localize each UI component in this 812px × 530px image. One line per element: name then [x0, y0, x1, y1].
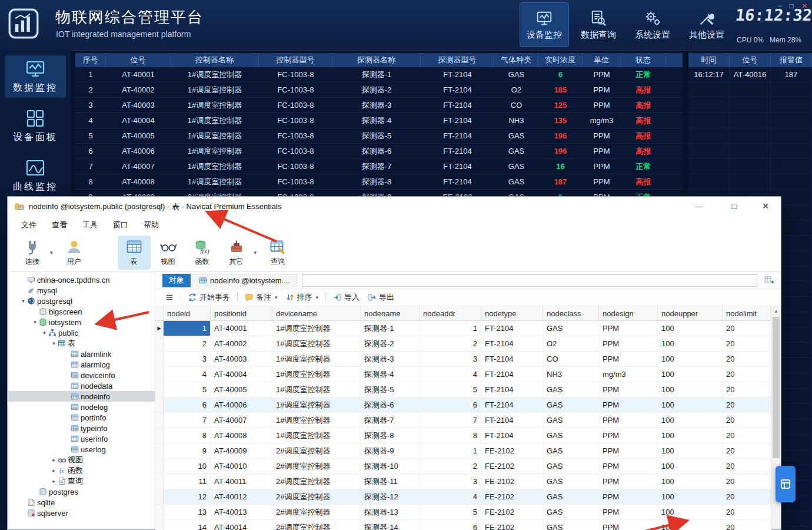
sidebar-item-data-monitor[interactable]: 数据监控	[5, 55, 66, 98]
grid-row-gutter[interactable]	[155, 352, 164, 366]
bg-maximize-button[interactable]: □	[790, 2, 794, 10]
grid-cell[interactable]: 20	[723, 398, 771, 412]
tree-item-views-group[interactable]: ▸视图	[8, 455, 155, 465]
monitor-table-row[interactable]: 3AT-400031#调度室控制器FC-1003-8探测器-3FT-2104CO…	[75, 98, 683, 113]
grid-cell[interactable]: 2#调度室控制器	[272, 459, 361, 473]
grid-cell[interactable]: PPM	[599, 443, 658, 458]
toolbar-tables-button[interactable]: 表	[118, 236, 151, 270]
grid-cell[interactable]: 2#调度室控制器	[272, 489, 361, 504]
grid-cell[interactable]: GAS	[543, 474, 599, 489]
grid-cell[interactable]: FT-2104	[481, 398, 543, 412]
grid-cell[interactable]: 20	[723, 505, 771, 519]
grid-cell[interactable]: 探测器-13	[361, 505, 420, 519]
bg-minimize-button[interactable]: −	[778, 2, 782, 10]
grid-cell[interactable]: GAS	[543, 413, 599, 428]
chevron-down-icon[interactable]: ▾	[19, 298, 27, 304]
tree-item-table-nodeinfo[interactable]: nodeinfo	[8, 391, 155, 402]
grid-cell[interactable]: AT-40008	[211, 428, 272, 443]
tree-item-table-userinfo[interactable]: userinfo	[8, 433, 155, 444]
grid-cell[interactable]: O2	[543, 336, 599, 351]
grid-cell[interactable]: 1#调度室控制器	[272, 352, 361, 366]
tree-item-queries-group[interactable]: ▸查询	[8, 476, 155, 486]
toolbar-views-button[interactable]: 视图	[152, 236, 185, 270]
grid-cell[interactable]: NH3	[543, 367, 599, 382]
grid-row-gutter[interactable]	[155, 428, 164, 443]
grid-cell[interactable]: 3	[164, 352, 211, 366]
grid-cell[interactable]: PPM	[599, 520, 658, 530]
sidebar-item-device-panel[interactable]: 设备面板	[5, 105, 66, 147]
grid-cell[interactable]: AT-40011	[211, 474, 272, 489]
grid-cell[interactable]: 100	[658, 520, 723, 530]
grid-column-header-nodeid[interactable]: nodeid	[164, 306, 211, 320]
grid-cell[interactable]: GAS	[543, 459, 599, 473]
grid-cell[interactable]: 2#调度室控制器	[272, 520, 361, 530]
grid-cell[interactable]: 5	[164, 382, 211, 397]
grid-cell[interactable]: FT-2104	[481, 352, 543, 366]
grid-cell[interactable]: PPM	[599, 398, 658, 412]
chevron-right-icon[interactable]: ▸	[50, 468, 58, 473]
new-table-tab-button[interactable]	[763, 274, 775, 286]
grid-cell[interactable]: 1	[420, 321, 481, 336]
grid-cell[interactable]: 1#调度室控制器	[272, 413, 361, 428]
object-filter-input[interactable]	[302, 274, 757, 287]
grid-cell[interactable]: 6	[420, 398, 481, 412]
grid-cell[interactable]: 6	[420, 520, 481, 530]
grid-cell[interactable]: GAS	[543, 443, 599, 458]
grid-cell[interactable]: 2	[420, 336, 481, 351]
grid-column-header-positionid[interactable]: positionid	[211, 306, 272, 320]
grid-cell[interactable]: AT-40013	[211, 505, 272, 519]
grid-cell[interactable]: 100	[658, 474, 723, 489]
grid-cell[interactable]: PPM	[599, 474, 658, 489]
grid-cell[interactable]: PPM	[599, 382, 658, 397]
grid-cell[interactable]: 1#调度室控制器	[272, 382, 361, 397]
grid-cell[interactable]: 1	[420, 443, 481, 458]
gridbar-begin-transaction-button[interactable]: 开始事务	[184, 290, 234, 304]
sidebar-item-curve-monitor[interactable]: 曲线监控	[5, 154, 66, 197]
grid-cell[interactable]: 1#调度室控制器	[272, 336, 361, 351]
grid-cell[interactable]: 100	[658, 367, 723, 382]
grid-row-gutter[interactable]	[155, 413, 164, 428]
grid-cell[interactable]: AT-40002	[211, 336, 272, 351]
grid-cell[interactable]: 13	[164, 505, 211, 519]
monitor-table-row[interactable]: 7AT-400071#调度室控制器FC-1003-8探测器-7FT-2104GA…	[75, 159, 683, 174]
chevron-down-icon[interactable]: ▾	[316, 294, 319, 300]
grid-cell[interactable]: FE-2102	[481, 459, 543, 473]
toolbar-others-button[interactable]: 其它	[220, 236, 253, 270]
grid-cell[interactable]: 探测器-11	[361, 474, 420, 489]
grid-cell[interactable]: 7	[420, 413, 481, 428]
tree-item-table-typeinfo[interactable]: typeinfo	[8, 423, 155, 433]
nav-item-device-monitor[interactable]: 设备监控	[520, 3, 568, 47]
grid-cell[interactable]: FE-2102	[481, 520, 543, 530]
grid-row-gutter[interactable]	[155, 489, 164, 504]
tree-item-tables-group[interactable]: ▾表	[8, 338, 155, 349]
grid-cell[interactable]: FT-2104	[481, 413, 543, 428]
grid-cell[interactable]: FE-2102	[481, 489, 543, 504]
grid-cell[interactable]: GAS	[543, 505, 599, 519]
tree-item-connection-mysql[interactable]: mysql	[8, 285, 155, 296]
grid-column-header-nodeclass[interactable]: nodeclass	[543, 306, 599, 320]
grid-menu-button[interactable]	[161, 290, 178, 304]
monitor-table-row[interactable]: 2AT-400021#调度室控制器FC-1003-8探测器-2FT-2104O2…	[75, 82, 683, 98]
grid-cell[interactable]: 探测器-5	[361, 382, 420, 397]
grid-cell[interactable]: 4	[164, 367, 211, 382]
grid-cell[interactable]: 20	[723, 520, 771, 530]
grid-cell[interactable]: 8	[164, 428, 211, 443]
grid-cell[interactable]: PPM	[599, 489, 658, 504]
grid-cell[interactable]: AT-40014	[211, 520, 272, 530]
tree-item-database-postgres[interactable]: postgres	[8, 486, 155, 497]
bg-close-button[interactable]: ✕	[801, 2, 807, 10]
grid-cell[interactable]: 探测器-14	[361, 520, 420, 530]
grid-cell[interactable]: GAS	[543, 489, 599, 504]
grid-cell[interactable]: PPM	[599, 321, 658, 336]
grid-column-header-nodeupper[interactable]: nodeupper	[658, 306, 723, 320]
chevron-down-icon[interactable]: ▾	[50, 250, 53, 256]
tree-item-database-iotsystem[interactable]: ▾iotsystem	[8, 317, 155, 327]
tree-item-database-bigscreen[interactable]: bigscreen	[8, 306, 155, 317]
tree-item-schema-public[interactable]: ▾public	[8, 327, 155, 338]
grid-cell[interactable]: 20	[723, 352, 771, 366]
grid-cell[interactable]: AT-40010	[211, 459, 272, 473]
grid-cell[interactable]: 6	[164, 398, 211, 412]
tab-objects[interactable]: 对象	[162, 274, 191, 287]
scrollbar-thumb[interactable]	[773, 317, 780, 458]
grid-row-gutter[interactable]: ▶	[155, 321, 164, 336]
